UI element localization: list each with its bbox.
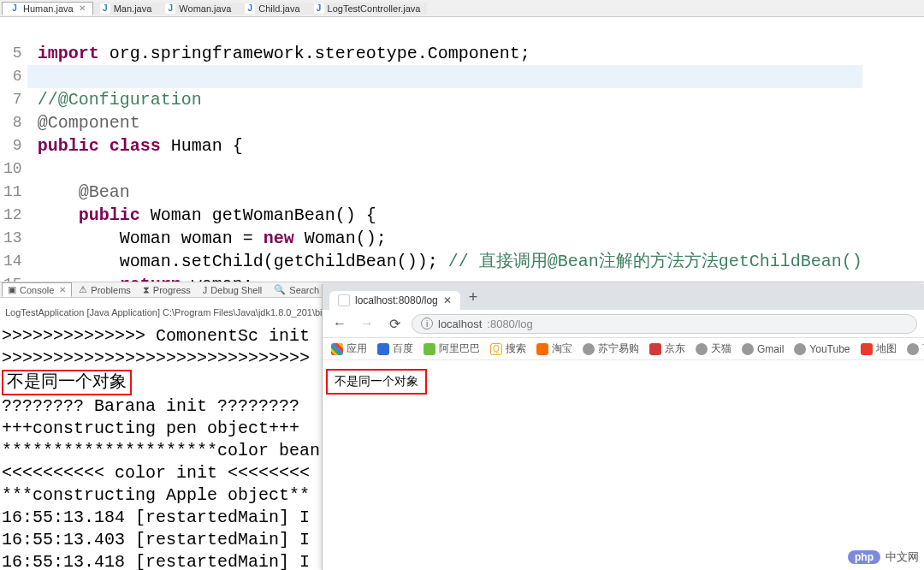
taobao-icon bbox=[536, 343, 548, 355]
address-bar[interactable]: i localhost:8080/log bbox=[412, 314, 917, 334]
close-icon[interactable]: ✕ bbox=[443, 294, 452, 306]
jd-icon bbox=[649, 343, 661, 355]
tab-console[interactable]: ▣ Console ✕ bbox=[2, 282, 72, 297]
php-badge: php bbox=[848, 550, 880, 564]
editor-tab-label: LogTestController.java bbox=[328, 3, 421, 14]
java-file-icon: J bbox=[9, 3, 20, 14]
problems-icon: ⚠ bbox=[79, 284, 87, 295]
bookmark-jd[interactable]: 京东 bbox=[649, 341, 685, 356]
browser-tab-strip: localhost:8080/log ✕ + bbox=[323, 284, 924, 310]
console-icon: ▣ bbox=[8, 284, 16, 295]
code-body[interactable]: import org.springframework.stereotype.Co… bbox=[27, 17, 862, 282]
bookmark-tmall[interactable]: 天猫 bbox=[696, 341, 732, 356]
url-host: localhost bbox=[438, 318, 482, 330]
leaf-icon bbox=[424, 343, 435, 355]
tab-debug-shell[interactable]: J Debug Shell bbox=[198, 284, 267, 296]
bookmark-baidu-2[interactable]: 百度 bbox=[907, 341, 925, 356]
url-path: :8080/log bbox=[487, 318, 533, 330]
browser-toolbar: ← → ⟳ i localhost:8080/log bbox=[323, 310, 924, 338]
reload-button[interactable]: ⟳ bbox=[384, 313, 405, 334]
bookmarks-bar: 应用 百度 阿里巴巴 Q搜索 淘宝 苏宁易购 京东 天猫 Gmail YouTu… bbox=[323, 338, 924, 360]
bookmark-gmail[interactable]: Gmail bbox=[742, 343, 784, 355]
editor-tab-logtest[interactable]: J LogTestController.java bbox=[307, 3, 428, 15]
browser-window: localhost:8080/log ✕ + ← → ⟳ i localhost… bbox=[322, 284, 924, 570]
editor-tab-label: Man.java bbox=[114, 3, 152, 14]
java-file-icon: J bbox=[314, 3, 324, 14]
bookmark-suning[interactable]: 苏宁易购 bbox=[583, 341, 639, 356]
map-pin-icon bbox=[861, 343, 873, 355]
new-tab-button[interactable]: + bbox=[469, 288, 478, 306]
q-icon: Q bbox=[490, 343, 502, 355]
bookmark-apps[interactable]: 应用 bbox=[331, 341, 367, 356]
java-file-icon: J bbox=[245, 3, 255, 14]
editor-tab-strip: J Human.java ✕ J Man.java J Woman.java J… bbox=[0, 0, 924, 17]
editor-tab-label: Woman.java bbox=[179, 3, 231, 14]
editor-tab-child[interactable]: J Child.java bbox=[238, 3, 306, 15]
globe-icon bbox=[583, 343, 595, 355]
editor-tab-human[interactable]: J Human.java ✕ bbox=[2, 2, 93, 15]
editor-tab-woman[interactable]: J Woman.java bbox=[158, 3, 238, 15]
bookmark-baidu[interactable]: 百度 bbox=[377, 341, 413, 356]
java-file-icon: J bbox=[165, 3, 175, 14]
bookmark-alibaba[interactable]: 阿里巴巴 bbox=[424, 341, 480, 356]
code-editor[interactable]: 5 6 7 8 9 10 11 12 13 14 15 import org.s… bbox=[0, 17, 924, 282]
watermark: php 中文网 bbox=[848, 549, 919, 565]
tab-search[interactable]: 🔍 Search bbox=[269, 283, 324, 296]
editor-tab-man[interactable]: J Man.java bbox=[93, 3, 159, 15]
bookmark-maps[interactable]: 地图 bbox=[861, 341, 897, 356]
watermark-text: 中文网 bbox=[886, 549, 919, 565]
close-icon[interactable]: ✕ bbox=[57, 285, 66, 294]
java-file-icon: J bbox=[100, 3, 110, 14]
page-content: 不是同一个对象 bbox=[323, 360, 924, 403]
highlight-box: 不是同一个对象 bbox=[2, 370, 132, 395]
highlight-box: 不是同一个对象 bbox=[326, 369, 427, 395]
paw-icon bbox=[377, 343, 389, 355]
search-icon: 🔍 bbox=[274, 284, 286, 295]
bookmark-search[interactable]: Q搜索 bbox=[490, 341, 526, 356]
globe-icon bbox=[907, 343, 919, 355]
debug-shell-icon: J bbox=[203, 285, 208, 295]
globe-icon bbox=[794, 343, 806, 355]
site-info-icon[interactable]: i bbox=[421, 318, 433, 330]
line-number-gutter: 5 6 7 8 9 10 11 12 13 14 15 bbox=[0, 17, 27, 282]
bookmark-taobao[interactable]: 淘宝 bbox=[536, 341, 572, 356]
browser-tab[interactable]: localhost:8080/log ✕ bbox=[329, 291, 460, 310]
favicon-icon bbox=[338, 294, 350, 306]
tab-progress[interactable]: ⧗ Progress bbox=[138, 283, 196, 296]
progress-icon: ⧗ bbox=[143, 284, 150, 295]
globe-icon bbox=[742, 343, 754, 355]
tab-problems[interactable]: ⚠ Problems bbox=[74, 283, 135, 296]
bookmark-youtube[interactable]: YouTube bbox=[794, 343, 850, 355]
globe-icon bbox=[696, 343, 708, 355]
close-icon[interactable]: ✕ bbox=[77, 3, 86, 13]
editor-tab-label: Child.java bbox=[258, 3, 299, 14]
apps-icon bbox=[331, 343, 343, 355]
editor-tab-label: Human.java bbox=[23, 3, 74, 14]
back-button[interactable]: ← bbox=[329, 313, 350, 334]
browser-tab-title: localhost:8080/log bbox=[355, 294, 438, 306]
forward-button[interactable]: → bbox=[357, 313, 377, 334]
